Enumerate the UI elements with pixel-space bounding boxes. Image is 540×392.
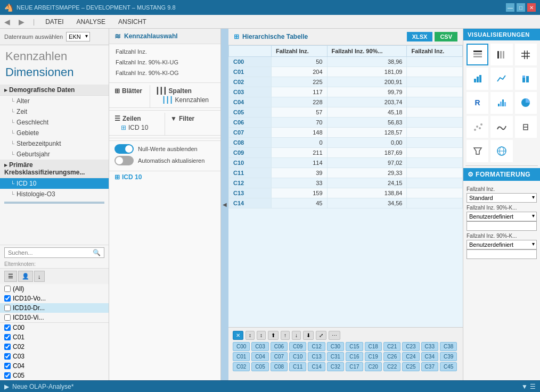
search-button[interactable]: 🔍 (89, 248, 104, 257)
chip-item[interactable]: C02 (233, 362, 250, 371)
tab-down[interactable]: ↓ (34, 271, 45, 282)
chip-item[interactable]: C25 (402, 362, 419, 371)
chip-item[interactable]: C09 (289, 342, 306, 351)
chip-tool-up[interactable]: ⬆ (268, 331, 279, 340)
datenraum-select[interactable]: EKN (66, 32, 90, 41)
table-row[interactable]: C08 0 0,00 (229, 138, 463, 148)
chip-item[interactable]: C37 (421, 362, 438, 371)
chip-item[interactable]: C30 (327, 342, 344, 351)
minimize-button[interactable]: — (506, 3, 514, 12)
cb-c00[interactable]: C00 (0, 323, 109, 332)
table-row[interactable]: C03 117 99,79 (229, 87, 463, 97)
table-row[interactable]: C00 50 38,96 (229, 57, 463, 67)
cb-all[interactable]: (All) (0, 284, 109, 294)
table-row[interactable]: C01 204 181,09 (229, 67, 463, 77)
table-row[interactable]: C12 33 24,15 (229, 178, 463, 188)
dim-item-geburtsjahr[interactable]: └Geburtsjahr (0, 149, 109, 160)
menu-datei[interactable]: DATEI (43, 17, 66, 27)
chip-item[interactable]: C16 (346, 352, 363, 361)
cb-c05-check[interactable] (4, 372, 11, 379)
chip-item[interactable]: C13 (308, 352, 325, 361)
cb-icd10dr-check[interactable] (4, 305, 11, 311)
dim-item-icd10[interactable]: └ICD 10 (0, 178, 109, 189)
toggle-nullwerte-switch[interactable] (114, 144, 134, 154)
chip-tool-sort1[interactable]: ↕ (246, 331, 255, 340)
menu-ansicht[interactable]: ANSICHT (116, 17, 149, 27)
chip-item[interactable]: C26 (383, 352, 400, 361)
cb-all-check[interactable] (4, 286, 11, 292)
table-row[interactable]: C10 114 97,02 (229, 158, 463, 168)
chip-item[interactable]: C17 (346, 362, 363, 371)
chip-item[interactable]: C04 (251, 352, 268, 361)
cb-icd10vi-check[interactable] (4, 314, 11, 321)
viz-btn-box[interactable] (515, 116, 537, 138)
cb-c04[interactable]: C04 (0, 361, 109, 371)
cb-c01-check[interactable] (4, 334, 11, 340)
table-row[interactable]: C02 225 200,91 (229, 77, 463, 87)
cb-c01[interactable]: C01 (0, 332, 109, 342)
viz-btn-wave[interactable] (490, 116, 512, 138)
collapse-arrow[interactable]: ◀ (221, 29, 228, 380)
chip-item[interactable]: C08 (271, 362, 288, 371)
table-row[interactable]: C14 45 34,56 (229, 198, 463, 208)
dim-item-geschlecht[interactable]: └Geschlecht (0, 117, 109, 128)
chip-item[interactable]: C15 (346, 342, 363, 351)
close-button[interactable]: ✕ (527, 3, 536, 12)
table-row[interactable]: C07 148 128,57 (229, 128, 463, 138)
chip-item[interactable]: C11 (289, 362, 306, 371)
table-row[interactable]: C13 159 138,84 (229, 188, 463, 198)
table-row[interactable]: C05 57 45,18 (229, 107, 463, 118)
viz-btn-chart2[interactable] (490, 92, 512, 114)
chip-item[interactable]: C01 (233, 352, 250, 361)
table-row[interactable]: C04 228 203,74 (229, 97, 463, 107)
chip-item[interactable]: C06 (271, 342, 288, 351)
chip-item[interactable]: C05 (251, 362, 268, 371)
table-row[interactable]: C11 39 29,33 (229, 168, 463, 178)
chip-tool-expand[interactable]: ⤢ (316, 331, 326, 340)
status-btn-down[interactable]: ▼ (521, 383, 528, 390)
format-value-1[interactable]: #0.00;;- (467, 221, 537, 231)
viz-btn-scatter[interactable] (467, 116, 488, 138)
chip-tool-down2[interactable]: ⬇ (303, 331, 314, 340)
format-select-1[interactable]: Benutzerdefiniert Standard (467, 212, 537, 221)
chip-item[interactable]: C33 (421, 342, 438, 351)
dim-item-sterbezeitpunkt[interactable]: └Sterbezeitpunkt (0, 138, 109, 149)
viz-btn-line[interactable] (490, 68, 512, 89)
chip-item[interactable]: C39 (440, 352, 457, 361)
chip-item[interactable]: C38 (440, 342, 457, 351)
chip-item[interactable]: C23 (402, 342, 419, 351)
format-select-0[interactable]: Standard Benutzerdefiniert (467, 193, 537, 203)
viz-btn-pie[interactable] (515, 92, 537, 114)
cb-icd10dr[interactable]: ICD10-Dr... (0, 303, 109, 313)
chip-item[interactable]: C24 (402, 352, 419, 361)
tab-list[interactable]: ☰ (4, 271, 17, 282)
status-btn-menu[interactable]: ☰ (530, 383, 536, 390)
cb-icd10vi[interactable]: ICD10-Vi... (0, 313, 109, 322)
chip-item[interactable]: C31 (327, 352, 344, 361)
viz-btn-funnel[interactable] (467, 140, 488, 162)
cb-c02-check[interactable] (4, 344, 11, 350)
viz-btn-r[interactable]: R (467, 92, 488, 114)
chip-tool-up2[interactable]: ↑ (281, 331, 290, 340)
viz-btn-bar[interactable] (467, 68, 488, 89)
chip-item[interactable]: C34 (421, 352, 438, 361)
tab-user[interactable]: 👤 (18, 271, 33, 282)
chip-item[interactable]: C03 (251, 342, 268, 351)
chip-item[interactable]: C20 (365, 362, 382, 371)
chip-item[interactable]: C19 (365, 352, 382, 361)
cb-icd10vo[interactable]: ICD10-Vo... (0, 294, 109, 303)
viz-btn-table[interactable] (467, 44, 488, 65)
chip-item[interactable]: C45 (440, 362, 457, 371)
maximize-button[interactable]: □ (517, 3, 525, 12)
viz-btn-list[interactable] (490, 44, 512, 65)
chip-tool-dots[interactable]: ⋯ (329, 331, 340, 340)
chip-item[interactable]: C00 (233, 342, 250, 351)
chip-tool-sort2[interactable]: ↕ (257, 331, 266, 340)
cb-icd10vo-check[interactable] (4, 295, 11, 302)
menu-analyse[interactable]: ANALYSE (75, 17, 108, 27)
chip-item[interactable]: C10 (289, 352, 306, 361)
chip-tool-x[interactable]: ✕ (233, 331, 243, 340)
cb-c03-check[interactable] (4, 353, 11, 360)
chip-item[interactable]: C12 (308, 342, 325, 351)
cb-c00-check[interactable] (4, 324, 11, 331)
